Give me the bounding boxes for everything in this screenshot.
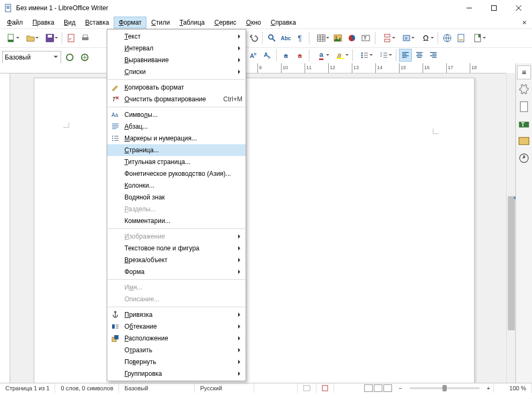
menu-item-повернуть[interactable]: Повернуть — [107, 356, 246, 368]
paragraph-style-combo[interactable]: Базовый — [2, 51, 61, 64]
page-break-button[interactable] — [378, 32, 396, 45]
menu-item-фонетическоеруководствоазия[interactable]: Фонетическое руководство (Азия)... — [107, 168, 246, 180]
sidebar-styles-button[interactable]: T — [517, 117, 531, 131]
new-style-button[interactable] — [78, 51, 91, 64]
menu-сервис[interactable]: Сервис — [210, 17, 241, 28]
spellcheck-button[interactable]: Abc — [279, 32, 292, 45]
status-view-icons[interactable] — [361, 384, 395, 392]
menu-item-врезкаобъект[interactable]: Врезка/объект — [107, 254, 246, 266]
menu-item-списки[interactable]: Списки — [107, 66, 246, 78]
maximize-button[interactable] — [482, 0, 506, 16]
menu-item-выравнивание[interactable]: Выравнивание — [107, 54, 246, 66]
sidebar-navigator-button[interactable] — [517, 151, 531, 165]
vertical-ruler[interactable] — [0, 73, 10, 383]
footnote-button[interactable] — [455, 32, 468, 45]
status-words[interactable]: 0 слов, 0 символов — [55, 383, 119, 393]
menu-item-абзац[interactable]: Абзац... — [107, 121, 246, 132]
menu-item-маркерыинумерация[interactable]: Маркеры и нумерация... — [107, 132, 246, 144]
menu-item-титульнаястраница[interactable]: Титульная страница... — [107, 156, 246, 168]
strikethrough2-button[interactable]: a — [293, 49, 306, 62]
svg-rect-30 — [337, 58, 344, 59]
page-container[interactable] — [10, 73, 516, 383]
align-left-button[interactable] — [399, 49, 412, 62]
menu-item-копироватьформат[interactable]: Копировать формат — [107, 81, 246, 93]
menu-item-группировка[interactable]: Группировка — [107, 368, 246, 380]
menu-item-символы[interactable]: AaСимволы... — [107, 109, 246, 121]
undo-button[interactable] — [247, 32, 260, 45]
menu-окно[interactable]: Окно — [241, 17, 266, 28]
menu-стили[interactable]: Стили — [146, 17, 175, 28]
open-button[interactable] — [21, 32, 40, 45]
special-char-button[interactable]: Ω — [417, 32, 435, 45]
bullet-list-button[interactable] — [356, 49, 374, 62]
menu-вид[interactable]: Вид — [59, 17, 80, 28]
update-style-button[interactable] — [63, 51, 76, 64]
print-button[interactable] — [79, 32, 92, 45]
close-button[interactable] — [506, 0, 531, 16]
menu-item-отразить[interactable]: Отразить — [107, 344, 246, 356]
menu-файл[interactable]: Файл — [2, 17, 28, 28]
menu-формат[interactable]: Формат — [114, 17, 146, 28]
menu-item-комментарии[interactable]: Комментарии... — [107, 215, 246, 227]
align-right-button[interactable] — [427, 49, 440, 62]
export-pdf-button[interactable]: P — [65, 32, 78, 45]
menu-item-текст[interactable]: Текст — [107, 31, 246, 42]
subscript-button[interactable]: Ab — [261, 49, 274, 62]
hyperlink-button[interactable] — [441, 32, 454, 45]
vertical-scrollbar[interactable] — [506, 73, 516, 383]
image-button[interactable] — [331, 32, 344, 45]
sidebar-properties-button[interactable] — [517, 83, 531, 97]
menu-item-водянойзнак[interactable]: Водяной знак — [107, 191, 246, 203]
menu-таблица[interactable]: Таблица — [175, 17, 210, 28]
document-page[interactable] — [34, 78, 475, 383]
sidebar-settings-button[interactable]: ≡ — [517, 65, 531, 79]
menu-правка[interactable]: Правка — [28, 17, 60, 28]
formatting-marks-button[interactable]: ¶ — [293, 32, 306, 45]
menu-item-обтекание[interactable]: Обтекание — [107, 321, 246, 332]
superscript-button[interactable]: Ab — [247, 49, 260, 62]
svg-rect-16 — [317, 35, 325, 41]
menu-item-интервал[interactable]: Интервал — [107, 42, 246, 54]
menu-item-привязка[interactable]: Привязка — [107, 309, 246, 321]
menu-item-колонки[interactable]: Колонки... — [107, 180, 246, 191]
align-center-button[interactable] — [413, 49, 426, 62]
table-button[interactable] — [312, 32, 330, 45]
status-signature[interactable] — [316, 383, 334, 393]
status-insert-mode[interactable] — [254, 383, 298, 393]
highlight-button[interactable] — [331, 49, 350, 62]
status-style[interactable]: Базовый — [119, 383, 195, 393]
horizontal-ruler[interactable]: 9101112131415161718 — [0, 63, 516, 73]
menu-item-очиститьформатирование[interactable]: TОчистить форматированиеCtrl+M — [107, 93, 246, 105]
zoom-slider[interactable] — [410, 387, 479, 389]
svg-text:2: 2 — [380, 54, 382, 57]
strikethrough-button[interactable]: a — [279, 49, 292, 62]
save-button[interactable] — [41, 32, 59, 45]
menu-item-текстовоеполеифигура[interactable]: Текстовое поле и фигура — [107, 242, 246, 254]
zoom-in-button[interactable]: + — [484, 385, 493, 391]
zoom-out-button[interactable]: − — [395, 385, 405, 391]
textbox-button[interactable]: T — [359, 32, 372, 45]
chart-button[interactable] — [345, 32, 358, 45]
svg-text:T: T — [364, 35, 367, 41]
font-color-button[interactable]: a — [312, 49, 330, 62]
menu-справка[interactable]: Справка — [266, 17, 301, 28]
status-page[interactable]: Страница 1 из 1 — [0, 383, 55, 393]
status-zoom[interactable]: 100 % — [493, 383, 532, 393]
menu-item-форма[interactable]: Форма — [107, 266, 246, 278]
margin-corner-icon — [63, 120, 71, 128]
close-document-button[interactable]: × — [522, 18, 527, 27]
sidebar-gallery-button[interactable] — [517, 134, 531, 148]
find-button[interactable] — [265, 32, 278, 45]
new-button[interactable] — [2, 32, 20, 45]
minimize-button[interactable] — [457, 0, 482, 16]
field-button[interactable]: # — [397, 32, 416, 45]
menu-item-страница[interactable]: Страница... — [107, 144, 246, 156]
status-selection-mode[interactable] — [298, 383, 316, 393]
bookmark-button[interactable] — [469, 32, 487, 45]
sidebar-page-button[interactable] — [517, 100, 531, 114]
number-list-button[interactable]: 12 — [375, 49, 393, 62]
menu-item-расположение[interactable]: Расположение — [107, 332, 246, 344]
scrollbar-thumb[interactable] — [508, 196, 515, 330]
menu-вставка[interactable]: Вставка — [80, 17, 114, 28]
status-language[interactable]: Русский — [195, 383, 254, 393]
